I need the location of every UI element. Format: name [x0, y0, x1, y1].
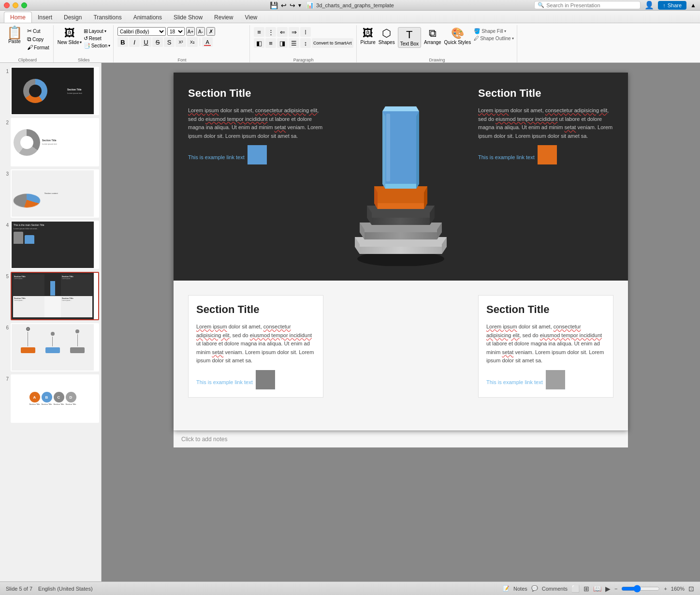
tab-slideshow[interactable]: Slide Show	[168, 12, 208, 23]
svg-marker-19	[416, 111, 419, 189]
zoom-in-icon[interactable]: +	[664, 586, 667, 592]
search-icon: 🔍	[538, 2, 544, 8]
share-button[interactable]: ↑ Share	[658, 1, 686, 10]
comments-icon[interactable]: 💬	[531, 585, 538, 592]
subscript-button[interactable]: X₂	[187, 37, 198, 47]
slide-main: Section Title Lorem ipsum dolor sit amet…	[174, 73, 628, 431]
paste-button[interactable]: 📋 Paste	[5, 25, 24, 45]
slideshow-icon[interactable]: ▶	[605, 585, 611, 593]
window-controls	[4, 2, 27, 8]
strikethrough-button[interactable]: S	[152, 37, 163, 47]
tab-review[interactable]: Review	[208, 12, 239, 23]
arrange-button[interactable]: ⧉ Arrange	[424, 27, 441, 45]
more-icon[interactable]: ▾	[298, 2, 301, 9]
link-box-top-left[interactable]	[248, 145, 267, 164]
collapse-ribbon-icon[interactable]: ▲	[690, 2, 696, 9]
font-color-button[interactable]: A	[202, 37, 213, 47]
superscript-button[interactable]: X²	[175, 37, 186, 47]
slide-text-box-bottom-left[interactable]: Section Title Lorem ipsum dolor sit amet…	[188, 295, 323, 398]
line-spacing-button[interactable]: ↕	[300, 38, 311, 48]
comments-label[interactable]: Comments	[542, 586, 568, 592]
close-button[interactable]	[4, 2, 10, 8]
picture-button[interactable]: 🖼 Picture	[361, 27, 376, 45]
slide-thumb-4[interactable]: 4 This is the main Section Title Lorem i…	[2, 221, 99, 269]
cut-button[interactable]: ✂ Cut	[26, 27, 50, 35]
slide-text-box-top-right[interactable]: Section Title Lorem ipsum dolor sit amet…	[478, 87, 613, 164]
section-button[interactable]: 📑 Section ▾	[84, 43, 110, 49]
slide-body-top-left: Lorem ipsum dolor sit amet, consectetur …	[188, 106, 323, 140]
layout-button[interactable]: ⊞ Layout ▾	[84, 28, 110, 34]
link-text-top-left[interactable]: This is example link text	[188, 154, 245, 160]
redo-icon[interactable]: ↪	[290, 1, 295, 9]
quick-styles-button[interactable]: 🎨 Quick Styles	[444, 27, 471, 45]
tab-animations[interactable]: Animations	[128, 12, 168, 23]
align-center-button[interactable]: ≡	[265, 38, 276, 48]
increase-indent-button[interactable]: ⇒	[289, 27, 299, 37]
text-box-button[interactable]: T Text Box	[398, 27, 421, 48]
slide-text-box-bottom-right[interactable]: Section Title Lorem ipsum dolor sit amet…	[478, 295, 613, 398]
link-text-top-right[interactable]: This is example link text	[478, 154, 535, 160]
reset-button[interactable]: ↺ Reset	[84, 35, 110, 42]
slide-thumb-6[interactable]: 6	[2, 323, 99, 372]
numbered-list-button[interactable]: ⋮	[265, 27, 276, 37]
shadow-button[interactable]: S	[164, 37, 175, 47]
notes-label[interactable]: Notes	[513, 586, 527, 592]
reading-view-icon[interactable]: 📖	[593, 585, 601, 593]
new-slide-button[interactable]: 🖼 New Slide ▾	[58, 27, 82, 45]
tab-design[interactable]: Design	[58, 12, 88, 23]
columns-button[interactable]: ⁞	[300, 27, 311, 37]
slide-sorter-icon[interactable]: ⊞	[583, 585, 589, 593]
copy-button[interactable]: ⧉ Copy	[26, 35, 50, 43]
normal-view-icon[interactable]: ⬜	[571, 585, 580, 593]
slide-thumb-2[interactable]: 2 Section Title Lorem ipsum text	[2, 118, 99, 166]
underline-button[interactable]: U	[141, 37, 151, 47]
save-icon[interactable]: 💾	[270, 1, 278, 9]
format-button[interactable]: 🖌 Format	[26, 44, 50, 51]
link-text-bottom-left[interactable]: This is example link text	[196, 379, 253, 385]
minimize-button[interactable]	[13, 2, 18, 8]
link-box-top-right[interactable]	[538, 145, 557, 164]
maximize-button[interactable]	[21, 2, 27, 8]
slide-thumb-3[interactable]: 3 Section content	[2, 169, 99, 218]
tab-transitions[interactable]: Transitions	[88, 12, 127, 23]
bullets-button[interactable]: ≡	[254, 27, 264, 37]
font-size-increase-button[interactable]: A+	[186, 27, 195, 36]
shapes-button[interactable]: ⬡ Shapes	[379, 27, 395, 45]
decrease-indent-button[interactable]: ⇐	[277, 27, 288, 37]
search-input[interactable]	[546, 2, 633, 8]
font-family-select[interactable]: Calibri (Body)	[117, 27, 166, 36]
italic-button[interactable]: I	[129, 37, 140, 47]
link-box-bottom-right[interactable]	[546, 370, 565, 389]
font-size-decrease-button[interactable]: A-	[196, 27, 205, 36]
align-left-button[interactable]: ◧	[254, 38, 264, 48]
link-box-bottom-left[interactable]	[256, 370, 275, 389]
font-size-select[interactable]: 18	[167, 27, 185, 36]
slide-info: Slide 5 of 7	[6, 586, 32, 592]
slide-text-box-top-left[interactable]: Section Title Lorem ipsum dolor sit amet…	[188, 87, 323, 164]
bold-button[interactable]: B	[117, 37, 128, 47]
svg-marker-20	[382, 111, 385, 189]
zoom-out-icon[interactable]: −	[614, 586, 617, 592]
clear-format-button[interactable]: ✗	[206, 27, 215, 36]
convert-smartart-button[interactable]: Convert to SmartArt	[312, 38, 353, 48]
justify-button[interactable]: ☰	[289, 38, 299, 48]
slide-notes[interactable]: Click to add notes	[174, 431, 628, 447]
fit-slide-icon[interactable]: ⊡	[688, 585, 694, 593]
shape-outline-button[interactable]: 🖊 Shape Outline ▾	[474, 35, 513, 41]
notes-icon[interactable]: 📝	[503, 585, 510, 592]
link-text-bottom-right[interactable]: This is example link text	[486, 379, 543, 385]
undo-icon[interactable]: ↩	[281, 1, 287, 9]
slide-thumb-1[interactable]: 1 Section Title Lorem ipsum text	[2, 67, 99, 115]
canvas-area: Section Title Lorem ipsum dolor sit amet…	[102, 63, 700, 581]
shape-fill-button[interactable]: 🪣 Shape Fill ▾	[474, 28, 513, 34]
zoom-slider[interactable]	[621, 585, 660, 593]
slide-thumb-5[interactable]: 5 Section Title Lorem ipsum... Section T…	[2, 272, 99, 320]
tab-view[interactable]: View	[239, 12, 263, 23]
link-row-bottom-left: This is example link text	[196, 370, 315, 389]
tab-insert[interactable]: Insert	[32, 12, 58, 23]
status-left: Slide 5 of 7 English (United States)	[6, 586, 93, 592]
align-right-button[interactable]: ◨	[277, 38, 288, 48]
tab-home[interactable]: Home	[4, 12, 32, 23]
search-bar[interactable]: 🔍	[534, 1, 641, 9]
slide-thumb-7[interactable]: 7 A Section Title B Section Title	[2, 374, 99, 423]
